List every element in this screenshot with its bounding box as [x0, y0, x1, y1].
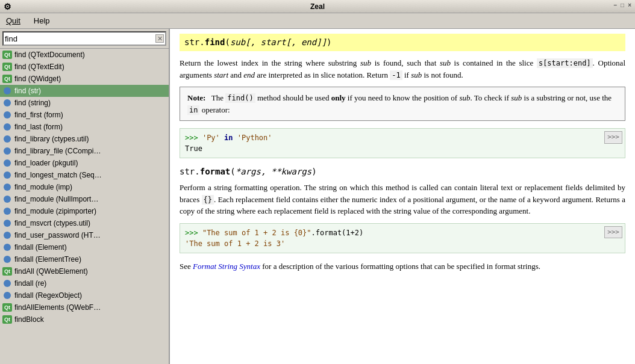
item-label: findBlock — [14, 315, 44, 324]
format-string-syntax-link[interactable]: Format String Syntax — [193, 262, 260, 271]
item-label: find_user_password (HT… — [14, 231, 101, 239]
code-output: True — [185, 144, 202, 153]
item-label: findAllElements (QWebF… — [14, 303, 101, 312]
list-item[interactable]: Qt findBlock — [0, 313, 169, 325]
item-label: find (QTextEdit) — [14, 63, 64, 71]
list-item[interactable]: Qt find (QTextDocument) — [0, 49, 169, 61]
py-icon — [2, 255, 12, 264]
list-item[interactable]: find_module (NullImport… — [0, 193, 169, 205]
list-item[interactable]: findall (ElementTree) — [0, 253, 169, 265]
menu-help[interactable]: Help — [30, 15, 54, 26]
list-item[interactable]: find_longest_match (Seq… — [0, 169, 169, 181]
item-label: find_first (form) — [14, 111, 63, 119]
list-item[interactable]: find_msvcrt (ctypes.util) — [0, 217, 169, 229]
item-label: findall (RegexObject) — [14, 291, 82, 300]
py-icon — [2, 171, 12, 179]
list-item-find-user-password[interactable]: find_user_password (HT… — [0, 229, 169, 241]
window-controls[interactable]: – □ × — [614, 2, 631, 8]
item-label: find (QWidget) — [14, 75, 61, 83]
py-icon — [2, 243, 12, 251]
qt-badge: Qt — [2, 51, 12, 59]
menu-quit[interactable]: Quit — [2, 15, 24, 26]
list-item[interactable]: find_loader (pkgutil) — [0, 157, 169, 169]
qt-badge: Qt — [2, 303, 12, 312]
app-icon: ⚙ — [4, 2, 11, 11]
py-icon — [2, 231, 12, 239]
list-item[interactable]: Qt findAll (QWebElement) — [0, 265, 169, 277]
window-maximize-icon[interactable]: □ — [621, 2, 624, 8]
item-label: findall (re) — [14, 279, 46, 288]
py-icon — [2, 99, 12, 107]
item-label: find (str) — [14, 87, 41, 95]
py-icon — [2, 111, 12, 119]
list-item[interactable]: find_library_file (CCompi… — [0, 145, 169, 157]
note-box: Note: The find() method should be used o… — [180, 87, 625, 121]
sig-params-2: *args, **kwargs — [236, 167, 311, 176]
sig-method-name: find — [205, 37, 225, 47]
py-icon — [2, 291, 12, 300]
code-block-1: >>> 'Py' in 'Python' True >>> — [180, 128, 625, 158]
item-label: find_library_file (CCompi… — [14, 147, 101, 155]
left-panel: ✕ Qt find (QTextDocument) Qt find (QText… — [0, 29, 170, 364]
list-item[interactable]: find_last (form) — [0, 121, 169, 133]
code-line-1: >>> 'Py' in 'Python' — [185, 132, 620, 143]
menubar: Quit Help — [0, 13, 635, 29]
sig-prefix-2: str. — [180, 167, 200, 176]
item-label: find_longest_match (Seq… — [14, 171, 102, 179]
item-label: find_module (NullImport… — [14, 195, 98, 203]
item-label: findAll (QWebElement) — [14, 267, 88, 276]
list-item[interactable]: find_library (ctypes.util) — [0, 133, 169, 145]
code-block-2: >>> "The sum of 1 + 2 is {0}".format(1+2… — [180, 223, 625, 253]
search-input[interactable] — [5, 34, 155, 43]
py-icon — [2, 159, 12, 167]
list-item[interactable]: find_first (form) — [0, 109, 169, 121]
py-icon — [2, 183, 12, 191]
note-code-find: find() — [225, 93, 255, 103]
qt-badge: Qt — [2, 75, 12, 83]
content-para-2: Perform a string formatting operation. T… — [180, 182, 625, 217]
code-output-2: 'The sum of 1 + 2 is 3' — [185, 239, 285, 248]
results-list: Qt find (QTextDocument) Qt find (QTextEd… — [0, 49, 169, 364]
qt-badge: Qt — [2, 267, 12, 276]
item-label: findall (ElementTree) — [14, 255, 81, 264]
try-button-2[interactable]: >>> — [604, 226, 622, 239]
code-content: 'Py' in 'Python' — [202, 134, 272, 142]
main-layout: ✕ Qt find (QTextDocument) Qt find (QText… — [0, 29, 635, 364]
py-icon — [2, 147, 12, 155]
try-button-1[interactable]: >>> — [604, 131, 622, 144]
method-signature-find: str.find(sub[, start[, end]]) — [180, 34, 625, 51]
code-line-3: >>> "The sum of 1 + 2 is {0}".format(1+2… — [185, 227, 620, 238]
content-para-1: Return the lowest index in the string wh… — [180, 57, 625, 81]
py-icon — [2, 219, 12, 227]
list-item[interactable]: find (string) — [0, 97, 169, 109]
list-item[interactable]: Qt find (QWidget) — [0, 73, 169, 85]
qt-badge: Qt — [2, 315, 12, 324]
list-item[interactable]: find_module (zipimporter) — [0, 205, 169, 217]
list-item[interactable]: findall (Element) — [0, 241, 169, 253]
list-item[interactable]: Qt find (QTextEdit) — [0, 61, 169, 73]
sig-method-name-2: format — [200, 167, 231, 176]
search-clear-button[interactable]: ✕ — [155, 34, 164, 43]
item-label: find_last (form) — [14, 123, 63, 131]
content-panel: str.find(sub[, start[, end]]) Return the… — [170, 29, 635, 364]
window-minimize-icon[interactable]: – — [614, 2, 618, 8]
list-item[interactable]: find_module (imp) — [0, 181, 169, 193]
py-icon — [2, 135, 12, 143]
list-item-selected[interactable]: find (str) — [0, 85, 169, 97]
item-label: find_loader (pkgutil) — [14, 159, 78, 167]
sig-prefix: str. — [184, 37, 205, 47]
note-label: Note: — [187, 93, 205, 102]
titlebar: ⚙ Zeal – □ × — [0, 0, 635, 13]
list-item[interactable]: findall (RegexObject) — [0, 289, 169, 301]
search-area: ✕ — [0, 29, 169, 49]
py-icon — [2, 195, 12, 203]
code-prompt: >>> — [185, 134, 198, 142]
item-label: find (QTextDocument) — [14, 51, 85, 59]
item-label: findall (Element) — [14, 243, 67, 251]
item-label: find_msvcrt (ctypes.util) — [14, 219, 90, 227]
list-item[interactable]: Qt findAllElements (QWebF… — [0, 301, 169, 313]
item-label: find_library (ctypes.util) — [14, 135, 89, 143]
window-close-icon[interactable]: × — [628, 2, 631, 8]
method-signature-format: str.format(*args, **kwargs) — [180, 165, 625, 178]
list-item[interactable]: findall (re) — [0, 277, 169, 289]
